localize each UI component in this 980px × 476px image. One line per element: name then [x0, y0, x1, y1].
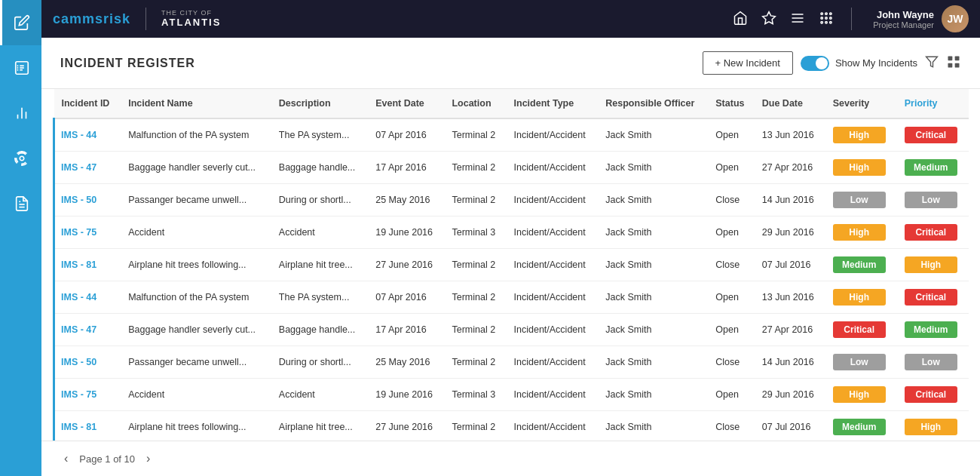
- event-date-cell: 27 June 2016: [368, 249, 444, 281]
- incident-id-cell[interactable]: IMS - 75: [54, 379, 121, 411]
- event-date-cell: 17 Apr 2016: [368, 152, 444, 184]
- severity-badge: Medium: [833, 256, 886, 273]
- next-page-button[interactable]: ›: [142, 450, 154, 467]
- toggle-label: Show My Incidents: [835, 57, 917, 69]
- type-cell: Incident/Accident: [507, 346, 599, 379]
- officer-cell: Jack Smith: [598, 314, 708, 346]
- incident-id-cell[interactable]: IMS - 50: [54, 346, 121, 379]
- user-avatar[interactable]: JW: [942, 5, 969, 32]
- location-cell: Terminal 2: [444, 346, 506, 379]
- svg-point-22: [830, 21, 832, 23]
- home-icon[interactable]: [733, 11, 748, 28]
- incident-id-cell[interactable]: IMS - 81: [54, 411, 121, 441]
- status-cell: Close: [708, 411, 755, 441]
- apps-icon[interactable]: [819, 11, 834, 28]
- incident-id-cell[interactable]: IMS - 81: [54, 249, 121, 281]
- status-cell: Close: [708, 346, 755, 379]
- officer-cell: Jack Smith: [598, 346, 708, 379]
- incident-id-cell[interactable]: IMS - 44: [54, 281, 121, 314]
- sidebar-item-edit[interactable]: [0, 0, 41, 45]
- type-cell: Incident/Accident: [507, 379, 599, 411]
- sidebar-item-register[interactable]: [0, 45, 41, 91]
- priority-badge: Low: [905, 354, 957, 370]
- svg-point-15: [825, 12, 828, 14]
- severity-badge: High: [833, 127, 886, 143]
- incident-id-cell[interactable]: IMS - 50: [54, 184, 121, 217]
- svg-rect-27: [955, 63, 960, 68]
- topnav: cammsrisk THE CITY OF ATLANTIS: [41, 0, 980, 38]
- sidebar: [0, 0, 41, 476]
- prev-page-button[interactable]: ‹: [60, 450, 72, 467]
- priority-badge: Critical: [905, 127, 957, 143]
- show-my-incidents-toggle[interactable]: [801, 56, 829, 71]
- sidebar-item-document[interactable]: [0, 181, 41, 226]
- pagination: ‹ Page 1 of 10 ›: [41, 441, 980, 476]
- due-date-cell: 13 Jun 2016: [755, 118, 825, 152]
- page-info: Page 1 of 10: [79, 453, 135, 465]
- topnav-logo: cammsrisk THE CITY OF ATLANTIS: [53, 8, 221, 30]
- type-cell: Incident/Accident: [507, 281, 599, 314]
- event-date-cell: 17 Apr 2016: [368, 314, 444, 346]
- incident-name-cell: Passanger became unwell...: [121, 184, 271, 217]
- filter-icon[interactable]: [925, 55, 939, 71]
- incident-name-cell: Passanger became unwell...: [121, 346, 271, 379]
- sidebar-item-chart[interactable]: [0, 91, 41, 136]
- star-icon[interactable]: [761, 11, 776, 28]
- severity-cell: High: [825, 152, 897, 184]
- table-row: IMS - 81 Airplane hit trees following...…: [54, 411, 969, 441]
- user-name: John Wayne: [873, 9, 934, 20]
- description-cell: Accident: [271, 379, 368, 411]
- status-cell: Open: [708, 152, 755, 184]
- sidebar-item-tools[interactable]: [0, 136, 41, 181]
- grid-view-icon[interactable]: [946, 54, 961, 72]
- priority-cell: Critical: [897, 118, 969, 152]
- priority-badge: High: [905, 419, 957, 435]
- svg-point-20: [821, 21, 823, 23]
- new-incident-button[interactable]: + New Incident: [703, 51, 793, 75]
- type-cell: Incident/Accident: [507, 184, 599, 217]
- event-date-cell: 25 May 2016: [368, 184, 444, 217]
- table-row: IMS - 50 Passanger became unwell... Duri…: [54, 346, 969, 379]
- priority-cell: Critical: [897, 281, 969, 314]
- severity-badge: High: [833, 159, 886, 176]
- col-location: Location: [444, 89, 506, 118]
- due-date-cell: 27 Apr 2016: [755, 314, 825, 346]
- incident-id-cell[interactable]: IMS - 47: [54, 314, 121, 346]
- main-container: cammsrisk THE CITY OF ATLANTIS: [41, 0, 980, 476]
- incident-name-cell: Baggage handler severly cut...: [121, 314, 271, 346]
- menu-icon[interactable]: [790, 11, 805, 28]
- description-cell: During or shortl...: [271, 346, 368, 379]
- severity-cell: High: [825, 217, 897, 249]
- type-cell: Incident/Accident: [507, 152, 599, 184]
- status-cell: Open: [708, 118, 755, 152]
- incident-name-cell: Malfunction of the PA system: [121, 281, 271, 314]
- svg-point-5: [17, 67, 19, 69]
- table-header: Incident ID Incident Name Description Ev…: [54, 89, 969, 118]
- location-cell: Terminal 2: [444, 411, 506, 441]
- svg-point-4: [17, 65, 19, 66]
- status-cell: Open: [708, 281, 755, 314]
- incident-id-cell[interactable]: IMS - 47: [54, 152, 121, 184]
- col-priority: Priority: [897, 89, 969, 118]
- description-cell: Baggage handle...: [271, 152, 368, 184]
- location-cell: Terminal 2: [444, 314, 506, 346]
- type-cell: Incident/Accident: [507, 118, 599, 152]
- severity-cell: Medium: [825, 411, 897, 441]
- severity-cell: High: [825, 281, 897, 314]
- officer-cell: Jack Smith: [598, 411, 708, 441]
- incident-id-cell[interactable]: IMS - 44: [54, 118, 121, 152]
- officer-cell: Jack Smith: [598, 152, 708, 184]
- priority-cell: Medium: [897, 314, 969, 346]
- description-cell: Baggage handle...: [271, 314, 368, 346]
- due-date-cell: 13 Jun 2016: [755, 281, 825, 314]
- atlantis-name: ATLANTIS: [161, 17, 221, 28]
- incident-name-cell: Baggage handler severly cut...: [121, 152, 271, 184]
- col-description: Description: [271, 89, 368, 118]
- svg-point-21: [825, 21, 828, 23]
- severity-badge: High: [833, 386, 886, 403]
- location-cell: Terminal 2: [444, 184, 506, 217]
- incident-id-cell[interactable]: IMS - 75: [54, 217, 121, 249]
- table-row: IMS - 81 Airplane hit trees following...…: [54, 249, 969, 281]
- officer-cell: Jack Smith: [598, 249, 708, 281]
- status-cell: Close: [708, 184, 755, 217]
